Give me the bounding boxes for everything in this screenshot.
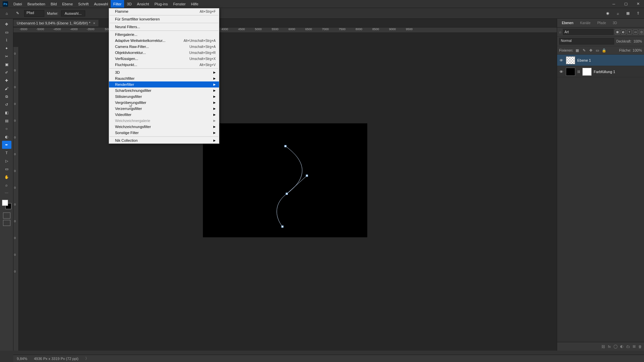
share-icon[interactable]: ⇪	[635, 10, 641, 17]
home-icon[interactable]: ⌂	[3, 9, 11, 17]
lock-artboard-icon[interactable]: ▭	[595, 48, 600, 53]
screenmode-icon[interactable]	[3, 220, 10, 226]
menu-item-scharfzeichnungsfilter[interactable]: Scharfzeichnungsfilter▶	[109, 87, 219, 94]
mask-thumbnail[interactable]	[582, 68, 592, 76]
eyedropper-tool[interactable]: ✐	[2, 68, 11, 76]
filter-shape-icon[interactable]: ▭	[633, 29, 638, 35]
menu-item-rauschfilter[interactable]: Rauschfilter▶	[109, 75, 219, 81]
move-tool[interactable]: ✥	[2, 20, 11, 28]
maximize-button[interactable]: ▢	[620, 0, 632, 8]
menu-item-filtergalerie[interactable]: Filtergalerie...	[109, 32, 219, 38]
menu-item-stilisierungsfilter[interactable]: Stilisierungsfilter▶	[109, 94, 219, 100]
fx-icon[interactable]: fx	[608, 345, 611, 349]
lock-pixels-icon[interactable]: ✎	[581, 48, 587, 53]
menu-item-fluchtpunkt[interactable]: Fluchtpunkt...Alt+Strg+V	[109, 62, 219, 68]
clone-tool[interactable]: ⧉	[2, 93, 11, 101]
lock-all-icon[interactable]: 🔒	[601, 48, 607, 53]
path-mode-select[interactable]: Pfad	[24, 10, 44, 17]
menubar-item-3d[interactable]: 3D	[124, 0, 134, 8]
doc-info-chevron[interactable]: 〉	[85, 356, 89, 361]
menubar-item-hilfe[interactable]: Hilfe	[188, 0, 201, 8]
adjust-icon[interactable]: ◐	[620, 344, 624, 349]
minimize-button[interactable]: ─	[608, 0, 620, 8]
menu-item-renderfilter[interactable]: Renderfilter▶	[109, 81, 219, 87]
layer-name-label[interactable]: Ebene 1	[577, 58, 591, 62]
menu-item-videofilter[interactable]: Videofilter▶	[109, 112, 219, 118]
menubar-item-fenster[interactable]: Fenster	[170, 0, 188, 8]
lasso-tool[interactable]: ⌇	[2, 36, 11, 44]
opacity-value[interactable]: 100%	[633, 40, 642, 43]
mask-icon[interactable]: ◯	[613, 344, 618, 349]
visibility-toggle-icon[interactable]: 👁	[558, 58, 564, 62]
layer-row[interactable]: 👁Ebene 1	[557, 55, 644, 66]
menubar-item-bearbeiten[interactable]: Bearbeiten	[25, 0, 48, 8]
menu-item-flamme[interactable]: FlammeAlt+Strg+F	[109, 8, 219, 14]
menu-item-neural-filters[interactable]: Neural Filters...	[109, 24, 219, 30]
panel-tab-kanäle[interactable]: Kanäle	[577, 20, 594, 26]
layer-thumbnail[interactable]	[566, 56, 575, 64]
lock-transparent-icon[interactable]: ▦	[575, 48, 580, 53]
menubar-item-auswahl[interactable]: Auswahl	[91, 0, 111, 8]
close-tab-icon[interactable]: ×	[93, 21, 95, 25]
path-curve[interactable]	[203, 123, 367, 237]
menubar-item-ansicht[interactable]: Ansicht	[134, 0, 152, 8]
blur-tool[interactable]: ○	[2, 125, 11, 133]
foreground-color-swatch[interactable]	[2, 200, 8, 206]
zoom-level[interactable]: 9,84%	[17, 357, 27, 361]
text-tool[interactable]: T	[2, 149, 11, 157]
panel-tab-3d[interactable]: 3D	[609, 20, 621, 26]
frame-tool[interactable]: ▣	[2, 60, 11, 68]
layer-row[interactable]: 👁⛓Farbfüllung 1	[557, 66, 644, 77]
rectangle-tool[interactable]: ▭	[2, 165, 11, 173]
more-tool[interactable]: ⋯	[2, 189, 11, 197]
group-icon[interactable]: 🗀	[626, 345, 630, 349]
filter-smart-icon[interactable]: ◫	[639, 29, 644, 35]
quickmask-icon[interactable]	[3, 213, 10, 219]
quick-select-tool[interactable]: ✦	[2, 44, 11, 52]
eraser-tool[interactable]: ◧	[2, 109, 11, 117]
menu-item-camera-raw-filter[interactable]: Camera Raw-Filter...Umschalt+Strg+A	[109, 44, 219, 50]
blend-mode-select[interactable]: Normal	[559, 38, 614, 45]
auswahl-button[interactable]: Auswahl...	[61, 10, 86, 16]
menubar-item-filter[interactable]: Filter	[111, 0, 124, 8]
brush-tool[interactable]: 🖌	[2, 84, 11, 93]
document-tab[interactable]: Unbenannt-1 bei 9,84% (Ebene 1, RGB/8#) …	[13, 20, 99, 26]
heal-tool[interactable]: ✚	[2, 76, 11, 84]
panel-tab-pfade[interactable]: Pfade	[594, 20, 609, 26]
new-icon[interactable]: ⊞	[633, 344, 636, 349]
filter-pixel-icon[interactable]: ▦	[615, 29, 620, 35]
menu-item-3d[interactable]: 3D▶	[109, 69, 219, 75]
panel-tab-ebenen[interactable]: Ebenen	[558, 20, 577, 26]
fill-value[interactable]: 100%	[633, 48, 642, 52]
pen-tool[interactable]: ✒	[2, 141, 11, 149]
menu-item-adaptive-weitwinkelkorrektur[interactable]: Adaptive Weitwinkelkorrektur...Alt+Umsch…	[109, 38, 219, 44]
menu-item-nik-collection[interactable]: Nik Collection▶	[109, 137, 219, 143]
crop-tool[interactable]: ✂	[2, 52, 11, 60]
menu-item-f-r-smartfilter-konvertieren[interactable]: Für Smartfilter konvertieren	[109, 16, 219, 22]
menubar-item-plug-ins[interactable]: Plug-ins	[152, 0, 170, 8]
path-select-tool[interactable]: ▷	[2, 157, 11, 165]
menubar-item-datei[interactable]: Datei	[11, 0, 25, 8]
layers-filter-input[interactable]	[563, 29, 613, 35]
history-brush-tool[interactable]: ↺	[2, 101, 11, 109]
layer-name-label[interactable]: Farbfüllung 1	[594, 70, 615, 74]
filter-adjust-icon[interactable]: ◐	[621, 29, 626, 35]
search-icon[interactable]: ⌕	[614, 10, 621, 17]
menu-item-verzerrungsfilter[interactable]: Verzerrungsfilter▶	[109, 106, 219, 112]
trash-icon[interactable]: 🗑	[638, 345, 642, 349]
close-button[interactable]: ✕	[632, 0, 644, 8]
filter-text-icon[interactable]: T	[627, 29, 632, 35]
menu-item-weichzeichnungsfilter[interactable]: Weichzeichnungsfilter▶	[109, 124, 219, 130]
gradient-tool[interactable]: ▤	[2, 117, 11, 125]
menu-item-verfl-ssigen[interactable]: Verflüssigen...Umschalt+Strg+X	[109, 56, 219, 62]
zoom-tool[interactable]: ⌕	[2, 181, 11, 189]
menu-item-objektivkorrektur[interactable]: Objektivkorrektur...Umschalt+Strg+R	[109, 50, 219, 56]
canvas[interactable]	[203, 123, 367, 237]
cloud-docs-icon[interactable]: ◉	[604, 10, 611, 17]
link-icon[interactable]: ⛓	[601, 345, 605, 349]
dodge-tool[interactable]: ◐	[2, 133, 11, 141]
menu-item-vergr-berungsfilter[interactable]: Vergröberungsfilter▶	[109, 100, 219, 106]
workspace-icon[interactable]: ▦	[625, 10, 631, 17]
lock-position-icon[interactable]: ✥	[588, 48, 593, 53]
visibility-toggle-icon[interactable]: 👁	[558, 70, 564, 74]
